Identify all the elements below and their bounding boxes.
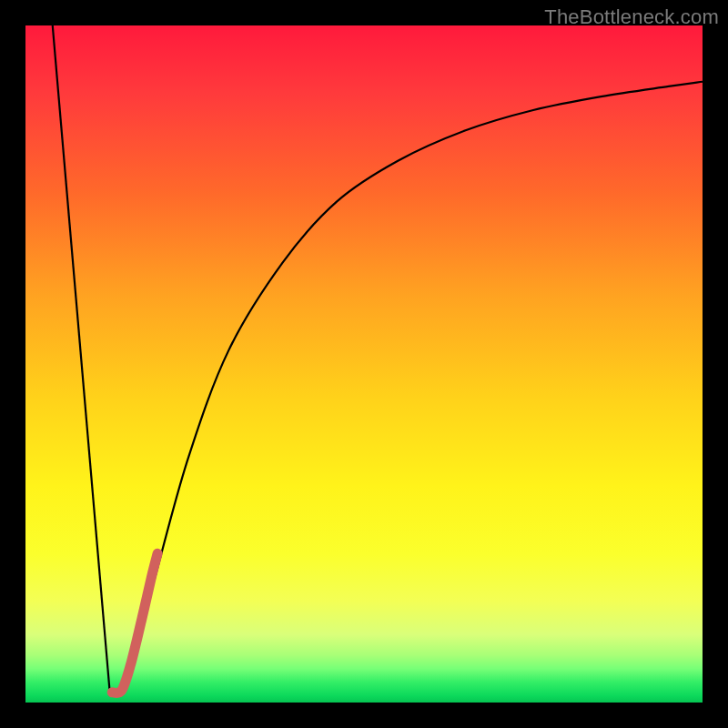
- highlight-segment-path: [112, 553, 157, 693]
- descending-arm-path: [53, 25, 110, 696]
- ascending-arm-path: [124, 82, 703, 693]
- line-layer: [25, 25, 703, 703]
- chart-frame: TheBottleneck.com: [0, 0, 728, 728]
- plot-area: [25, 25, 703, 703]
